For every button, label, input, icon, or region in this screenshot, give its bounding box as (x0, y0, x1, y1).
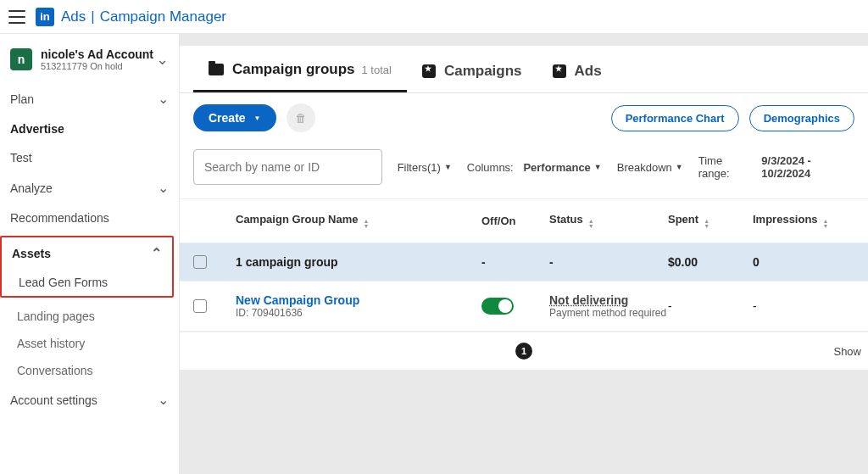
account-sub: 513211779 On hold (41, 61, 156, 71)
chevron-down-icon: ⌄ (158, 392, 169, 408)
sidebar-item-landing-pages[interactable]: Landing pages (0, 303, 179, 330)
linkedin-logo: in (36, 8, 54, 26)
toggle-on[interactable] (481, 298, 514, 315)
sidebar-item-recommendations[interactable]: Recommendations (0, 204, 179, 232)
assets-highlight: Assets⌃ Lead Gen Forms (0, 236, 174, 298)
table-row: New Campaign Group ID: 709401636 Not del… (180, 282, 868, 332)
sidebar-item-analyze[interactable]: Analyze⌄ (0, 172, 179, 204)
table-header: Campaign Group Name▲▼ Off/On Status▲▼ Sp… (180, 199, 868, 243)
impressions-value: - (753, 299, 837, 313)
show-count-dropdown[interactable]: Show (833, 345, 868, 358)
create-button[interactable]: Create (193, 104, 276, 131)
campaign-group-id: ID: 709401636 (236, 307, 481, 319)
checkbox[interactable] (193, 255, 207, 269)
col-impr[interactable]: Impressions▲▼ (753, 213, 837, 229)
trash-icon: 🗑 (295, 112, 306, 125)
sidebar-item-account-settings[interactable]: Account settings⌄ (0, 384, 179, 415)
summary-row: 1 campaign group - - $0.00 0 (180, 243, 868, 282)
tab-campaign-groups[interactable]: Campaign groups1 total (193, 46, 407, 92)
col-toggle[interactable]: Off/On (481, 215, 549, 227)
star-icon (422, 64, 436, 78)
sort-icon: ▲▼ (704, 219, 709, 229)
folder-icon (209, 64, 224, 75)
time-range-picker[interactable]: Time range: 9/3/2024 - 10/2/2024 (698, 154, 854, 180)
tab-campaigns[interactable]: Campaigns (407, 47, 537, 92)
account-name: nicole's Ad Account (41, 47, 156, 61)
breakdown-dropdown[interactable]: Breakdown▼ (617, 161, 683, 174)
sidebar: n nicole's Ad Account 513211779 On hold … (0, 34, 180, 474)
sidebar-item-assets[interactable]: Assets⌃ (2, 237, 172, 269)
brand-label: Ads|Campaign Manager (61, 8, 226, 25)
page-number[interactable]: 1 (515, 343, 532, 360)
chevron-down-icon: ⌄ (158, 91, 169, 107)
filters-dropdown[interactable]: Filters(1)▼ (398, 161, 452, 174)
col-status[interactable]: Status▲▼ (549, 213, 668, 229)
demographics-button[interactable]: Demographics (749, 105, 854, 131)
star-icon (553, 64, 566, 78)
tabs: Campaign groups1 total Campaigns Ads (180, 46, 868, 93)
sidebar-item-plan[interactable]: Plan⌄ (0, 83, 179, 114)
columns-dropdown[interactable]: Columns: Performance▼ (467, 161, 602, 174)
sidebar-item-test[interactable]: Test (0, 143, 179, 172)
chevron-down-icon: ▼ (676, 163, 683, 171)
col-spent[interactable]: Spent▲▼ (668, 213, 753, 229)
sidebar-item-advertise[interactable]: Advertise (0, 114, 179, 143)
status-sub: Payment method required (549, 307, 668, 319)
pager: 1 Show (180, 332, 868, 370)
hamburger-icon[interactable] (8, 10, 25, 24)
spent-value: - (668, 299, 753, 313)
col-name[interactable]: Campaign Group Name▲▼ (236, 213, 481, 229)
sidebar-item-asset-history[interactable]: Asset history (0, 330, 179, 357)
account-switcher[interactable]: n nicole's Ad Account 513211779 On hold … (0, 44, 179, 83)
sort-icon: ▲▼ (823, 219, 829, 229)
sidebar-item-conversations[interactable]: Conversations (0, 357, 179, 384)
campaign-group-link[interactable]: New Campaign Group (236, 293, 481, 307)
chevron-up-icon: ⌃ (151, 245, 162, 261)
account-badge: n (10, 48, 32, 70)
chevron-down-icon: ▼ (444, 163, 452, 171)
chevron-down-icon: ⌄ (158, 180, 169, 196)
status-link[interactable]: Not delivering (549, 293, 668, 307)
chevron-down-icon: ▼ (594, 163, 602, 171)
search-input[interactable] (193, 149, 382, 185)
performance-chart-button[interactable]: Performance Chart (611, 105, 739, 131)
sidebar-item-lead-gen-forms[interactable]: Lead Gen Forms (2, 269, 172, 296)
checkbox[interactable] (193, 299, 207, 313)
chevron-down-icon: ⌄ (156, 50, 169, 69)
delete-button[interactable]: 🗑 (287, 103, 315, 132)
sort-icon: ▲▼ (363, 219, 369, 229)
sort-icon: ▲▼ (588, 219, 594, 229)
tab-ads[interactable]: Ads (537, 47, 617, 92)
